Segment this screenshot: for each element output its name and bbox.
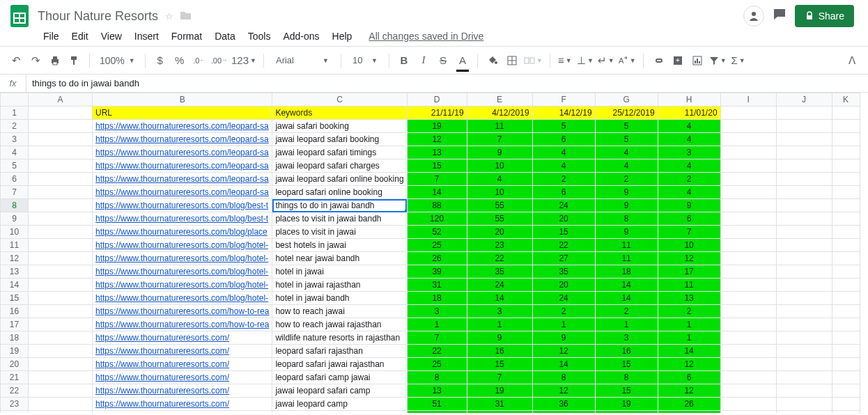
cell-url[interactable]: https://www.thournatureresorts.com/ [93, 331, 272, 345]
cell-value[interactable]: 24 [532, 292, 595, 305]
cell-value[interactable]: 10 [658, 239, 720, 252]
cell[interactable] [720, 159, 776, 173]
col-header-j[interactable]: J [776, 93, 832, 107]
cell[interactable] [776, 146, 832, 159]
cell-keyword[interactable]: places to visit in jawai [272, 226, 407, 239]
cell-value[interactable]: 24 [532, 199, 595, 212]
cell-value[interactable]: 3 [407, 305, 467, 318]
cell-url[interactable]: https://www.thournatureresorts.com/leopa… [93, 186, 272, 199]
cell-value[interactable]: 18 [595, 265, 658, 279]
cell[interactable] [29, 107, 93, 120]
cell-value[interactable]: 1 [532, 318, 595, 331]
menu-view[interactable]: View [101, 31, 122, 42]
cell-value[interactable]: 15 [595, 384, 658, 398]
cell-value[interactable]: 6 [658, 212, 720, 226]
cell-url[interactable]: https://www.thournatureresorts.com/blog/… [93, 279, 272, 292]
cell-value[interactable]: 13 [407, 384, 467, 398]
cell-value[interactable]: 7 [407, 173, 467, 186]
menu-format[interactable]: Format [171, 31, 202, 42]
cell-value[interactable]: 14 [467, 292, 532, 305]
cell-url[interactable]: https://www.thournatureresorts.com/ [93, 384, 272, 398]
cell-value[interactable]: 4 [658, 159, 720, 173]
cell[interactable] [29, 199, 93, 212]
cell-value[interactable]: 14 [407, 186, 467, 199]
cell-value[interactable]: 6 [658, 371, 720, 384]
cell-value[interactable]: 14 [532, 358, 595, 371]
cell-value[interactable]: 11 [595, 239, 658, 252]
cell-value[interactable]: 15 [595, 358, 658, 371]
cell[interactable] [720, 226, 776, 239]
insert-link-icon[interactable] [651, 52, 666, 70]
cell[interactable] [832, 318, 860, 331]
cell[interactable] [832, 384, 860, 398]
menu-addons[interactable]: Add-ons [283, 31, 319, 42]
cell-value[interactable]: 18 [407, 292, 467, 305]
cell-value[interactable]: 9 [595, 186, 658, 199]
cell[interactable] [720, 318, 776, 331]
cell[interactable] [29, 212, 93, 226]
cell[interactable] [776, 305, 832, 318]
cell-value[interactable]: 14 [595, 292, 658, 305]
cell[interactable] [776, 252, 832, 265]
cell[interactable] [29, 398, 93, 411]
cell-value[interactable]: 7 [467, 133, 532, 146]
cell[interactable] [29, 345, 93, 358]
cell[interactable] [832, 120, 860, 133]
cell-value[interactable]: 13 [658, 292, 720, 305]
cell[interactable] [720, 265, 776, 279]
cell-keyword[interactable]: jawai leopard safari charges [272, 159, 407, 173]
cell-url[interactable]: https://www.thournatureresorts.com/ [93, 411, 272, 414]
cell-value[interactable]: 39 [407, 265, 467, 279]
cell[interactable] [29, 252, 93, 265]
cell[interactable] [720, 371, 776, 384]
sheet-grid[interactable]: ABCDEFGHIJK 1URLKeywords21/11/194/12/201… [0, 93, 868, 413]
cell[interactable] [776, 107, 832, 120]
cell[interactable] [832, 411, 860, 414]
col-header-a[interactable]: A [29, 93, 93, 107]
comments-icon[interactable] [773, 8, 786, 25]
cell-value[interactable]: 25 [532, 411, 595, 414]
cell-url[interactable]: https://www.thournatureresorts.com/how-t… [93, 305, 272, 318]
cell[interactable] [832, 159, 860, 173]
cell-keyword[interactable]: leopard safari rajasthan [272, 345, 407, 358]
cell[interactable] [776, 292, 832, 305]
cell-keyword[interactable]: wildlife nature resorts in rajasthan [272, 331, 407, 345]
cell-value[interactable]: 36 [532, 398, 595, 411]
cell[interactable] [720, 239, 776, 252]
cell-value[interactable]: 12 [407, 133, 467, 146]
cell-value[interactable]: 12 [658, 252, 720, 265]
cell[interactable] [29, 146, 93, 159]
row-header[interactable]: 8 [1, 199, 29, 212]
header-keywords[interactable]: Keywords [272, 107, 407, 120]
cell-value[interactable]: 3 [658, 146, 720, 159]
cell-value[interactable]: 10 [467, 186, 532, 199]
cell-value[interactable]: 11 [658, 279, 720, 292]
cell-url[interactable]: https://www.thournatureresorts.com/leopa… [93, 146, 272, 159]
cell[interactable] [832, 305, 860, 318]
cell-value[interactable]: 22 [407, 345, 467, 358]
collapse-toolbar-icon[interactable]: ᐱ [844, 52, 860, 70]
cell-value[interactable]: 3 [595, 331, 658, 345]
row-header[interactable]: 16 [1, 305, 29, 318]
cell-value[interactable]: 5 [532, 120, 595, 133]
cell-value[interactable]: 31 [407, 279, 467, 292]
cell-value[interactable]: 2 [595, 305, 658, 318]
undo-icon[interactable]: ↶ [8, 52, 24, 70]
cell-url[interactable]: https://www.thournatureresorts.com/ [93, 371, 272, 384]
cell[interactable] [832, 146, 860, 159]
cell-value[interactable]: 23 [467, 239, 532, 252]
cell-value[interactable]: 8 [407, 371, 467, 384]
cell-value[interactable]: 1 [658, 331, 720, 345]
italic-button[interactable]: I [416, 52, 431, 70]
cell[interactable] [720, 411, 776, 414]
cell[interactable] [776, 318, 832, 331]
cell-keyword[interactable]: how to reach jawai [272, 305, 407, 318]
row-header[interactable]: 3 [1, 133, 29, 146]
cell-value[interactable]: 1 [595, 318, 658, 331]
cell[interactable] [776, 239, 832, 252]
row-header[interactable]: 6 [1, 173, 29, 186]
cell-value[interactable]: 2 [658, 305, 720, 318]
row-header[interactable]: 12 [1, 252, 29, 265]
cell-value[interactable]: 55 [467, 199, 532, 212]
cell-value[interactable]: 16 [467, 345, 532, 358]
